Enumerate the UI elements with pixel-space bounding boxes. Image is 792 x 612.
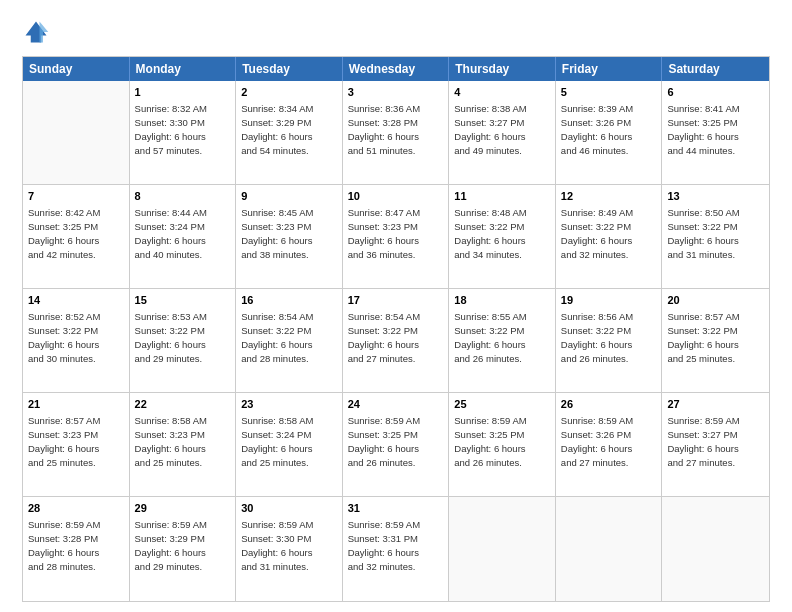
header-day-monday: Monday xyxy=(130,57,237,81)
calendar-cell: 24Sunrise: 8:59 AM Sunset: 3:25 PM Dayli… xyxy=(343,393,450,496)
calendar-cell: 18Sunrise: 8:55 AM Sunset: 3:22 PM Dayli… xyxy=(449,289,556,392)
day-number: 23 xyxy=(241,397,337,412)
day-number: 4 xyxy=(454,85,550,100)
day-number: 3 xyxy=(348,85,444,100)
calendar-cell: 1Sunrise: 8:32 AM Sunset: 3:30 PM Daylig… xyxy=(130,81,237,184)
calendar-cell: 14Sunrise: 8:52 AM Sunset: 3:22 PM Dayli… xyxy=(23,289,130,392)
header-day-wednesday: Wednesday xyxy=(343,57,450,81)
day-number: 31 xyxy=(348,501,444,516)
day-number: 6 xyxy=(667,85,764,100)
calendar-cell: 7Sunrise: 8:42 AM Sunset: 3:25 PM Daylig… xyxy=(23,185,130,288)
calendar-header: SundayMondayTuesdayWednesdayThursdayFrid… xyxy=(23,57,769,81)
day-number: 13 xyxy=(667,189,764,204)
calendar-cell: 28Sunrise: 8:59 AM Sunset: 3:28 PM Dayli… xyxy=(23,497,130,601)
calendar-cell: 8Sunrise: 8:44 AM Sunset: 3:24 PM Daylig… xyxy=(130,185,237,288)
calendar-cell: 21Sunrise: 8:57 AM Sunset: 3:23 PM Dayli… xyxy=(23,393,130,496)
calendar-body: 1Sunrise: 8:32 AM Sunset: 3:30 PM Daylig… xyxy=(23,81,769,601)
calendar: SundayMondayTuesdayWednesdayThursdayFrid… xyxy=(22,56,770,602)
calendar-cell: 22Sunrise: 8:58 AM Sunset: 3:23 PM Dayli… xyxy=(130,393,237,496)
calendar-cell: 12Sunrise: 8:49 AM Sunset: 3:22 PM Dayli… xyxy=(556,185,663,288)
calendar-cell: 19Sunrise: 8:56 AM Sunset: 3:22 PM Dayli… xyxy=(556,289,663,392)
header-day-friday: Friday xyxy=(556,57,663,81)
day-info: Sunrise: 8:57 AM Sunset: 3:22 PM Dayligh… xyxy=(667,310,764,365)
day-info: Sunrise: 8:59 AM Sunset: 3:30 PM Dayligh… xyxy=(241,518,337,573)
day-number: 15 xyxy=(135,293,231,308)
header-day-thursday: Thursday xyxy=(449,57,556,81)
day-number: 14 xyxy=(28,293,124,308)
day-info: Sunrise: 8:52 AM Sunset: 3:22 PM Dayligh… xyxy=(28,310,124,365)
day-number: 9 xyxy=(241,189,337,204)
day-info: Sunrise: 8:59 AM Sunset: 3:26 PM Dayligh… xyxy=(561,414,657,469)
day-number: 18 xyxy=(454,293,550,308)
day-number: 30 xyxy=(241,501,337,516)
calendar-cell xyxy=(556,497,663,601)
day-info: Sunrise: 8:42 AM Sunset: 3:25 PM Dayligh… xyxy=(28,206,124,261)
calendar-week-4: 21Sunrise: 8:57 AM Sunset: 3:23 PM Dayli… xyxy=(23,393,769,497)
day-info: Sunrise: 8:41 AM Sunset: 3:25 PM Dayligh… xyxy=(667,102,764,157)
calendar-cell: 16Sunrise: 8:54 AM Sunset: 3:22 PM Dayli… xyxy=(236,289,343,392)
day-info: Sunrise: 8:56 AM Sunset: 3:22 PM Dayligh… xyxy=(561,310,657,365)
calendar-cell: 27Sunrise: 8:59 AM Sunset: 3:27 PM Dayli… xyxy=(662,393,769,496)
calendar-cell: 20Sunrise: 8:57 AM Sunset: 3:22 PM Dayli… xyxy=(662,289,769,392)
day-number: 19 xyxy=(561,293,657,308)
day-info: Sunrise: 8:32 AM Sunset: 3:30 PM Dayligh… xyxy=(135,102,231,157)
day-number: 1 xyxy=(135,85,231,100)
logo xyxy=(22,18,54,46)
calendar-cell: 15Sunrise: 8:53 AM Sunset: 3:22 PM Dayli… xyxy=(130,289,237,392)
day-info: Sunrise: 8:58 AM Sunset: 3:23 PM Dayligh… xyxy=(135,414,231,469)
day-info: Sunrise: 8:45 AM Sunset: 3:23 PM Dayligh… xyxy=(241,206,337,261)
day-number: 17 xyxy=(348,293,444,308)
calendar-cell: 26Sunrise: 8:59 AM Sunset: 3:26 PM Dayli… xyxy=(556,393,663,496)
day-number: 12 xyxy=(561,189,657,204)
day-number: 10 xyxy=(348,189,444,204)
calendar-week-3: 14Sunrise: 8:52 AM Sunset: 3:22 PM Dayli… xyxy=(23,289,769,393)
calendar-cell: 10Sunrise: 8:47 AM Sunset: 3:23 PM Dayli… xyxy=(343,185,450,288)
calendar-cell: 31Sunrise: 8:59 AM Sunset: 3:31 PM Dayli… xyxy=(343,497,450,601)
calendar-week-1: 1Sunrise: 8:32 AM Sunset: 3:30 PM Daylig… xyxy=(23,81,769,185)
calendar-cell: 13Sunrise: 8:50 AM Sunset: 3:22 PM Dayli… xyxy=(662,185,769,288)
logo-icon xyxy=(22,18,50,46)
day-info: Sunrise: 8:59 AM Sunset: 3:29 PM Dayligh… xyxy=(135,518,231,573)
day-info: Sunrise: 8:59 AM Sunset: 3:27 PM Dayligh… xyxy=(667,414,764,469)
day-info: Sunrise: 8:39 AM Sunset: 3:26 PM Dayligh… xyxy=(561,102,657,157)
day-number: 22 xyxy=(135,397,231,412)
calendar-cell: 29Sunrise: 8:59 AM Sunset: 3:29 PM Dayli… xyxy=(130,497,237,601)
day-info: Sunrise: 8:49 AM Sunset: 3:22 PM Dayligh… xyxy=(561,206,657,261)
calendar-cell xyxy=(449,497,556,601)
day-number: 21 xyxy=(28,397,124,412)
svg-marker-1 xyxy=(40,22,49,43)
calendar-cell: 11Sunrise: 8:48 AM Sunset: 3:22 PM Dayli… xyxy=(449,185,556,288)
day-info: Sunrise: 8:50 AM Sunset: 3:22 PM Dayligh… xyxy=(667,206,764,261)
day-number: 24 xyxy=(348,397,444,412)
day-info: Sunrise: 8:53 AM Sunset: 3:22 PM Dayligh… xyxy=(135,310,231,365)
calendar-week-5: 28Sunrise: 8:59 AM Sunset: 3:28 PM Dayli… xyxy=(23,497,769,601)
calendar-week-2: 7Sunrise: 8:42 AM Sunset: 3:25 PM Daylig… xyxy=(23,185,769,289)
day-info: Sunrise: 8:59 AM Sunset: 3:25 PM Dayligh… xyxy=(348,414,444,469)
day-info: Sunrise: 8:55 AM Sunset: 3:22 PM Dayligh… xyxy=(454,310,550,365)
calendar-cell: 4Sunrise: 8:38 AM Sunset: 3:27 PM Daylig… xyxy=(449,81,556,184)
day-info: Sunrise: 8:38 AM Sunset: 3:27 PM Dayligh… xyxy=(454,102,550,157)
day-number: 8 xyxy=(135,189,231,204)
day-info: Sunrise: 8:36 AM Sunset: 3:28 PM Dayligh… xyxy=(348,102,444,157)
calendar-cell: 17Sunrise: 8:54 AM Sunset: 3:22 PM Dayli… xyxy=(343,289,450,392)
calendar-cell: 23Sunrise: 8:58 AM Sunset: 3:24 PM Dayli… xyxy=(236,393,343,496)
day-number: 29 xyxy=(135,501,231,516)
day-info: Sunrise: 8:34 AM Sunset: 3:29 PM Dayligh… xyxy=(241,102,337,157)
calendar-cell: 2Sunrise: 8:34 AM Sunset: 3:29 PM Daylig… xyxy=(236,81,343,184)
day-info: Sunrise: 8:59 AM Sunset: 3:28 PM Dayligh… xyxy=(28,518,124,573)
day-info: Sunrise: 8:54 AM Sunset: 3:22 PM Dayligh… xyxy=(241,310,337,365)
day-info: Sunrise: 8:59 AM Sunset: 3:25 PM Dayligh… xyxy=(454,414,550,469)
day-number: 5 xyxy=(561,85,657,100)
day-info: Sunrise: 8:58 AM Sunset: 3:24 PM Dayligh… xyxy=(241,414,337,469)
day-info: Sunrise: 8:47 AM Sunset: 3:23 PM Dayligh… xyxy=(348,206,444,261)
day-info: Sunrise: 8:48 AM Sunset: 3:22 PM Dayligh… xyxy=(454,206,550,261)
day-info: Sunrise: 8:59 AM Sunset: 3:31 PM Dayligh… xyxy=(348,518,444,573)
header-day-tuesday: Tuesday xyxy=(236,57,343,81)
calendar-cell xyxy=(662,497,769,601)
day-number: 26 xyxy=(561,397,657,412)
day-number: 25 xyxy=(454,397,550,412)
calendar-cell: 3Sunrise: 8:36 AM Sunset: 3:28 PM Daylig… xyxy=(343,81,450,184)
day-number: 20 xyxy=(667,293,764,308)
header-day-saturday: Saturday xyxy=(662,57,769,81)
day-info: Sunrise: 8:54 AM Sunset: 3:22 PM Dayligh… xyxy=(348,310,444,365)
